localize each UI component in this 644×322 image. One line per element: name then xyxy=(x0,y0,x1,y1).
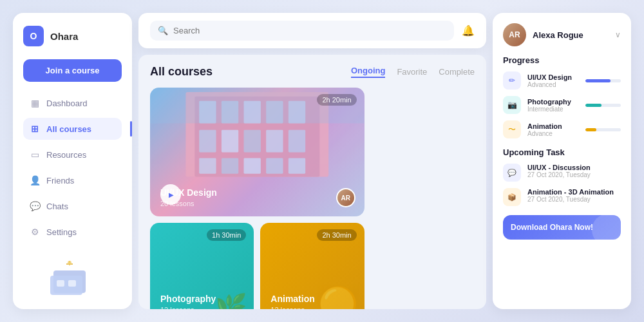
task-list: 💬 UI/UX - Discussion 27 Oct 2020, Tuesda… xyxy=(503,164,621,206)
logo-icon: O xyxy=(23,26,44,46)
uiux-progress-bar xyxy=(585,79,621,82)
sidebar-item-label: Chats xyxy=(46,202,68,211)
sidebar-item-settings[interactable]: ⚙ Settings xyxy=(23,221,122,243)
download-banner[interactable]: Download Ohara Now! xyxy=(503,215,621,240)
download-moon-decoration xyxy=(592,215,621,240)
task-icon-3d-animation: 📦 xyxy=(503,188,521,206)
svg-rect-23 xyxy=(289,158,305,173)
svg-rect-22 xyxy=(266,158,283,173)
photography-progress-bar-wrap xyxy=(585,104,621,107)
chevron-down-icon[interactable]: ∨ xyxy=(615,30,621,39)
card-content-animation: Animation 12 lessons xyxy=(260,285,364,309)
svg-rect-15 xyxy=(222,130,238,153)
tab-favorite[interactable]: Favorite xyxy=(397,67,427,77)
sidebar-item-label: Dashboard xyxy=(46,99,88,108)
card-duration-uiux: 2h 20min xyxy=(317,94,356,106)
card-lessons-photography: 12 lessons xyxy=(160,306,243,309)
uiux-progress-info: UI/UX Design Advanced xyxy=(527,73,579,88)
search-input[interactable] xyxy=(173,26,446,35)
animation-progress-bar-wrap xyxy=(585,128,621,131)
uiux-progress-bar-wrap xyxy=(585,79,621,82)
task-icon-discussion: 💬 xyxy=(503,164,521,182)
sidebar-item-friends[interactable]: 👤 Friends xyxy=(23,169,122,191)
svg-rect-18 xyxy=(289,130,305,153)
avatar-uiux: AR xyxy=(336,188,355,207)
sidebar-illustration xyxy=(23,258,122,296)
logo-text: Ohara xyxy=(50,31,78,42)
progress-item-animation: 〜 Animation Advance xyxy=(503,120,621,138)
progress-section: Progress ✏ UI/UX Design Advanced 📷 xyxy=(503,55,621,138)
top-bar: 🔍 🔔 xyxy=(138,13,486,48)
card-lessons-uiux: 20 lessons xyxy=(160,200,354,207)
animation-progress-info: Animation Advance xyxy=(527,122,579,137)
uiux-progress-level: Advanced xyxy=(527,81,579,88)
friends-icon: 👤 xyxy=(30,175,40,185)
animation-progress-icon: 〜 xyxy=(503,120,521,138)
courses-grid: 2h 20min UI/UX Design 20 lessons AR 1h 3… xyxy=(150,88,475,309)
task-info-3d-animation: Animation - 3D Animation 27 Oct 2020, Tu… xyxy=(527,188,614,203)
animation-progress-bar xyxy=(585,128,621,131)
task-date-3d-animation: 27 Oct 2020, Tuesday xyxy=(527,196,614,203)
join-course-button[interactable]: Join a course xyxy=(23,59,122,82)
svg-rect-1 xyxy=(50,276,82,295)
animation-progress-name: Animation xyxy=(527,122,579,130)
svg-rect-14 xyxy=(199,130,216,153)
search-icon: 🔍 xyxy=(158,26,168,35)
card-content-photography: Photography 12 lessons xyxy=(150,285,254,309)
photography-progress-icon: 📷 xyxy=(503,96,521,114)
progress-item-photography: 📷 Photography Intermediate xyxy=(503,96,621,114)
card-duration-photography: 1h 30min xyxy=(207,229,246,241)
user-header: AR Alexa Rogue ∨ xyxy=(503,23,621,46)
card-title-animation: Animation xyxy=(270,294,354,304)
main-content: 🔍 🔔 All courses Ongoing Favorite Complet… xyxy=(138,13,486,309)
tab-ongoing[interactable]: Ongoing xyxy=(351,66,385,78)
resources-icon: ▭ xyxy=(30,149,40,160)
svg-rect-17 xyxy=(266,130,283,153)
task-info-discussion: UI/UX - Discussion 27 Oct 2020, Tuesday xyxy=(527,164,591,178)
card-duration-animation: 2h 30min xyxy=(317,229,356,241)
courses-tabs: Ongoing Favorite Complete xyxy=(351,66,475,78)
photography-progress-info: Photography Intermediate xyxy=(527,98,579,113)
task-item-discussion: 💬 UI/UX - Discussion 27 Oct 2020, Tuesda… xyxy=(503,164,621,182)
settings-icon: ⚙ xyxy=(30,227,40,237)
photography-progress-fill xyxy=(585,104,601,107)
course-card-animation[interactable]: 2h 30min 🟡 Animation 12 lessons xyxy=(260,223,364,309)
photography-progress-name: Photography xyxy=(527,98,579,106)
animation-progress-level: Advance xyxy=(527,130,579,137)
svg-rect-20 xyxy=(222,158,238,173)
card-content-uiux: UI/UX Design 20 lessons xyxy=(150,178,365,216)
all-courses-icon: ⊞ xyxy=(30,124,40,134)
sidebar-item-dashboard[interactable]: ▦ Dashboard xyxy=(23,92,122,114)
sidebar: O Ohara Join a course ▦ Dashboard ⊞ All … xyxy=(13,13,132,309)
sidebar-item-chats[interactable]: 💬 Chats xyxy=(23,195,122,217)
course-card-photography[interactable]: 1h 30min 🌿 Photography 12 lessons xyxy=(150,223,254,309)
play-button[interactable] xyxy=(160,184,181,205)
sidebar-item-label: All courses xyxy=(46,124,91,134)
user-name: Alexa Rogue xyxy=(533,30,609,40)
chats-icon: 💬 xyxy=(30,201,40,211)
progress-list: ✏ UI/UX Design Advanced 📷 Photography xyxy=(503,71,621,138)
uiux-progress-icon: ✏ xyxy=(503,71,521,90)
progress-item-uiux: ✏ UI/UX Design Advanced xyxy=(503,71,621,90)
sidebar-item-label: Friends xyxy=(46,176,74,185)
right-panel: AR Alexa Rogue ∨ Progress ✏ UI/UX Design… xyxy=(493,13,631,309)
card-lessons-animation: 12 lessons xyxy=(270,306,354,309)
sidebar-item-resources[interactable]: ▭ Resources xyxy=(23,144,122,166)
svg-point-6 xyxy=(68,261,71,265)
sidebar-item-label: Resources xyxy=(46,150,86,160)
search-box[interactable]: 🔍 xyxy=(150,21,454,41)
bell-icon[interactable]: 🔔 xyxy=(462,24,475,37)
sidebar-item-all-courses[interactable]: ⊞ All courses xyxy=(23,118,122,140)
dashboard-icon: ▦ xyxy=(30,98,40,108)
svg-rect-19 xyxy=(199,158,216,173)
task-date-discussion: 27 Oct 2020, Tuesday xyxy=(527,171,591,178)
avatar: AR xyxy=(503,23,526,46)
course-card-uiux[interactable]: 2h 20min UI/UX Design 20 lessons AR xyxy=(150,88,365,216)
task-item-3d-animation: 📦 Animation - 3D Animation 27 Oct 2020, … xyxy=(503,188,621,206)
tab-complete[interactable]: Complete xyxy=(439,67,475,77)
courses-area: All courses Ongoing Favorite Complete xyxy=(138,55,486,309)
courses-title: All courses xyxy=(150,65,351,79)
task-name-3d-animation: Animation - 3D Animation xyxy=(527,188,614,196)
svg-rect-2 xyxy=(57,280,64,287)
svg-rect-16 xyxy=(244,130,261,153)
